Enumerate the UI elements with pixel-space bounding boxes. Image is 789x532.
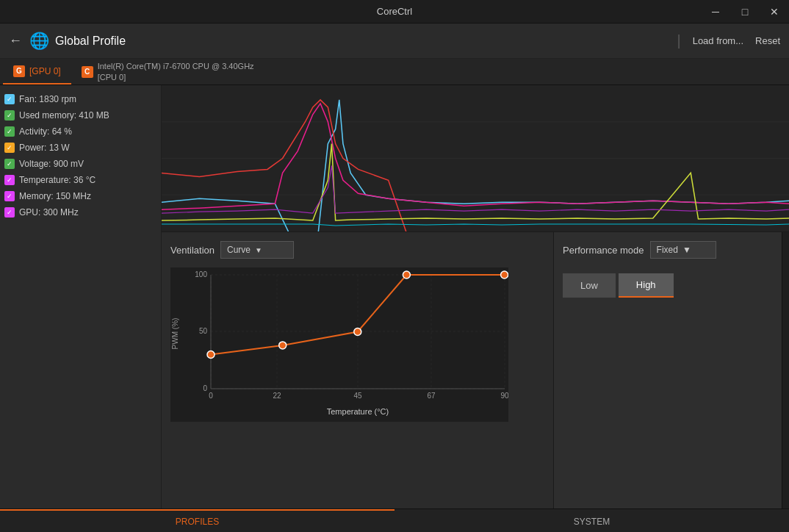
perf-buttons: Low High <box>563 273 773 298</box>
svg-text:22: 22 <box>273 392 281 400</box>
stat-checkbox[interactable]: ✓ <box>4 175 15 185</box>
cpu-icon: C <box>82 66 93 78</box>
low-button[interactable]: Low <box>563 273 616 298</box>
stat-label: Fan: 1830 rpm <box>19 94 76 104</box>
perf-dropdown-arrow: ▼ <box>682 245 691 255</box>
bottom-tab-profiles[interactable]: PROFILES <box>0 509 394 532</box>
fan-curve-svg: 100 50 0 PWM (%) 0 22 45 67 90 Temperatu… <box>170 267 508 422</box>
ventilation-dropdown-arrow: ▼ <box>255 246 262 254</box>
svg-text:90: 90 <box>500 392 508 400</box>
stat-label: Memory: 150 MHz <box>19 191 91 201</box>
minimize-button[interactable]: ─ <box>701 0 730 24</box>
stat-item: ✓Voltage: 900 mV <box>4 156 156 172</box>
ventilation-dropdown[interactable]: Curve ▼ <box>220 241 294 259</box>
svg-point-18 <box>403 271 410 278</box>
svg-text:50: 50 <box>199 327 208 335</box>
app-title: CoreCtrl <box>377 6 412 17</box>
stat-checkbox[interactable]: ✓ <box>4 110 15 121</box>
stat-checkbox[interactable]: ✓ <box>4 143 15 153</box>
reset-button[interactable]: Reset <box>755 35 780 46</box>
stat-item: ✓Memory: 150 MHz <box>4 188 156 204</box>
stat-label: Activity: 64 % <box>19 126 72 137</box>
stat-item: ✓Fan: 1830 rpm <box>4 91 156 107</box>
svg-point-16 <box>279 342 287 349</box>
high-button[interactable]: High <box>619 273 674 298</box>
stat-checkbox[interactable]: ✓ <box>4 191 15 201</box>
bottom-tab-system-label: SYSTEM <box>574 517 610 527</box>
chart-svg <box>162 85 789 231</box>
stat-checkbox[interactable]: ✓ <box>4 207 15 218</box>
performance-chart <box>162 85 789 232</box>
window-controls: ─ □ ✕ <box>701 0 789 24</box>
svg-text:0: 0 <box>209 392 213 400</box>
titlebar: CoreCtrl ─ □ ✕ <box>0 0 789 24</box>
right-panel: Ventilation Curve ▼ <box>162 85 789 508</box>
stat-label: GPU: 300 MHz <box>19 207 79 218</box>
stat-label: Used memory: 410 MB <box>19 110 109 121</box>
bottom-tabbar: PROFILES SYSTEM <box>0 508 789 532</box>
ventilation-control-row: Ventilation Curve ▼ <box>170 241 544 259</box>
tab-gpu0[interactable]: G [GPU 0] <box>3 59 71 85</box>
performance-mode-panel: Performance mode Fixed ▼ Low High <box>554 232 782 508</box>
tab-cpu0[interactable]: C Intel(R) Core(TM) i7-6700 CPU @ 3.40GH… <box>71 59 264 85</box>
header-actions: | Load from... Reset <box>677 32 780 49</box>
load-from-button[interactable]: Load from... <box>693 35 743 46</box>
stat-item: ✓Temperature: 36 °C <box>4 172 156 188</box>
svg-text:PWM (%): PWM (%) <box>171 318 179 350</box>
separator: | <box>677 32 680 49</box>
perf-mode-label: Performance mode <box>563 245 644 256</box>
perf-header: Performance mode Fixed ▼ <box>563 241 773 259</box>
tab-gpu0-label: [GPU 0] <box>29 66 61 76</box>
back-button[interactable]: ← <box>9 33 22 48</box>
stat-checkbox[interactable]: ✓ <box>4 94 15 104</box>
stat-checkbox[interactable]: ✓ <box>4 126 15 137</box>
svg-text:0: 0 <box>203 384 207 392</box>
tabs-row: G [GPU 0] C Intel(R) Core(TM) i7-6700 CP… <box>0 59 789 85</box>
ventilation-dropdown-value: Curve <box>227 245 251 255</box>
ventilation-panel: Ventilation Curve ▼ <box>162 232 554 508</box>
stats-list: ✓Fan: 1830 rpm✓Used memory: 410 MB✓Activ… <box>0 85 161 508</box>
svg-text:45: 45 <box>353 392 362 400</box>
stat-item: ✓Power: 13 W <box>4 140 156 156</box>
controls-area: Ventilation Curve ▼ <box>162 232 789 508</box>
svg-text:Temperature (°C): Temperature (°C) <box>327 407 389 416</box>
profile-title: Global Profile <box>55 35 677 48</box>
perf-dropdown-value: Fixed <box>657 245 678 255</box>
close-button[interactable]: ✕ <box>760 0 789 24</box>
maximize-button[interactable]: □ <box>730 0 760 24</box>
svg-text:67: 67 <box>427 392 436 400</box>
gpu-icon: G <box>13 65 25 77</box>
tab-cpu0-label: Intel(R) Core(TM) i7-6700 CPU @ 3.40GHz[… <box>98 61 254 82</box>
stat-item: ✓GPU: 300 MHz <box>4 204 156 220</box>
main-content: ✓Fan: 1830 rpm✓Used memory: 410 MB✓Activ… <box>0 85 789 508</box>
perf-mode-dropdown[interactable]: Fixed ▼ <box>650 241 716 259</box>
stat-item: ✓Used memory: 410 MB <box>4 107 156 123</box>
stat-label: Voltage: 900 mV <box>19 159 84 169</box>
right-scrollbar[interactable] <box>782 232 789 508</box>
ventilation-label: Ventilation <box>170 245 215 256</box>
svg-point-15 <box>207 351 215 359</box>
fan-curve-chart: 100 50 0 PWM (%) 0 22 45 67 90 Temperatu… <box>170 267 508 422</box>
svg-rect-4 <box>170 267 508 422</box>
stat-item: ✓Activity: 64 % <box>4 123 156 140</box>
svg-point-19 <box>501 271 508 278</box>
stat-checkbox[interactable]: ✓ <box>4 159 15 169</box>
left-panel: ✓Fan: 1830 rpm✓Used memory: 410 MB✓Activ… <box>0 85 162 508</box>
globe-icon: 🌐 <box>29 32 49 51</box>
svg-text:100: 100 <box>195 270 207 278</box>
stat-label: Temperature: 36 °C <box>19 175 96 185</box>
bottom-tab-profiles-label: PROFILES <box>176 517 219 527</box>
svg-point-17 <box>354 328 361 336</box>
stat-label: Power: 13 W <box>19 143 70 153</box>
bottom-tab-system[interactable]: SYSTEM <box>394 509 789 532</box>
headerbar: ← 🌐 Global Profile | Load from... Reset <box>0 24 789 59</box>
